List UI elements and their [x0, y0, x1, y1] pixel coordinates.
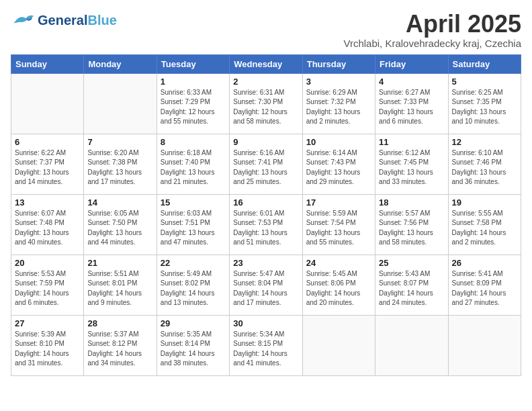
- day-number: 2: [233, 77, 298, 87]
- day-cell: 19Sunrise: 5:55 AMSunset: 7:58 PMDayligh…: [448, 194, 521, 255]
- week-row-2: 6Sunrise: 6:22 AMSunset: 7:37 PMDaylight…: [11, 134, 521, 194]
- day-cell: 21Sunrise: 5:51 AMSunset: 8:01 PMDayligh…: [84, 255, 157, 315]
- day-cell: 13Sunrise: 6:07 AMSunset: 7:48 PMDayligh…: [11, 194, 84, 255]
- day-info: Sunrise: 6:31 AMSunset: 7:30 PMDaylight:…: [233, 88, 298, 127]
- day-number: 11: [379, 137, 444, 147]
- day-info: Sunrise: 5:35 AMSunset: 8:14 PMDaylight:…: [161, 330, 226, 369]
- week-row-1: 1Sunrise: 6:33 AMSunset: 7:29 PMDaylight…: [11, 73, 521, 134]
- logo-bird-icon: [11, 11, 35, 30]
- day-number: 27: [15, 318, 80, 328]
- day-cell: 20Sunrise: 5:53 AMSunset: 7:59 PMDayligh…: [11, 255, 84, 315]
- day-info: Sunrise: 5:39 AMSunset: 8:10 PMDaylight:…: [15, 330, 80, 369]
- day-number: 13: [15, 197, 80, 208]
- day-number: 26: [452, 258, 517, 268]
- week-row-4: 20Sunrise: 5:53 AMSunset: 7:59 PMDayligh…: [11, 255, 521, 315]
- day-cell: [11, 73, 84, 134]
- day-cell: 23Sunrise: 5:47 AMSunset: 8:04 PMDayligh…: [230, 255, 302, 315]
- day-number: 12: [452, 137, 517, 147]
- day-cell: 17Sunrise: 5:59 AMSunset: 7:54 PMDayligh…: [302, 194, 375, 255]
- day-cell: 10Sunrise: 6:14 AMSunset: 7:43 PMDayligh…: [302, 134, 375, 194]
- logo-text: GeneralBlue: [38, 13, 117, 27]
- day-cell: 29Sunrise: 5:35 AMSunset: 8:14 PMDayligh…: [157, 315, 229, 375]
- day-cell: 24Sunrise: 5:45 AMSunset: 8:06 PMDayligh…: [302, 255, 375, 315]
- day-info: Sunrise: 5:45 AMSunset: 8:06 PMDaylight:…: [306, 269, 371, 308]
- day-header-wednesday: Wednesday: [230, 54, 302, 73]
- day-cell: 22Sunrise: 5:49 AMSunset: 8:02 PMDayligh…: [157, 255, 229, 315]
- day-cell: 25Sunrise: 5:43 AMSunset: 8:07 PMDayligh…: [375, 255, 448, 315]
- day-number: 15: [161, 197, 226, 208]
- day-number: 30: [233, 318, 298, 328]
- calendar-title: April 2025: [343, 11, 521, 38]
- day-info: Sunrise: 6:33 AMSunset: 7:29 PMDaylight:…: [161, 88, 226, 127]
- day-cell: 2Sunrise: 6:31 AMSunset: 7:30 PMDaylight…: [230, 73, 302, 134]
- logo: GeneralBlue: [11, 11, 117, 30]
- day-cell: 14Sunrise: 6:05 AMSunset: 7:50 PMDayligh…: [84, 194, 157, 255]
- day-cell: [375, 315, 448, 375]
- day-number: 4: [379, 77, 444, 87]
- day-info: Sunrise: 5:53 AMSunset: 7:59 PMDaylight:…: [15, 269, 80, 308]
- day-cell: 1Sunrise: 6:33 AMSunset: 7:29 PMDaylight…: [157, 73, 229, 134]
- day-number: 29: [161, 318, 226, 328]
- day-cell: 8Sunrise: 6:18 AMSunset: 7:40 PMDaylight…: [157, 134, 229, 194]
- day-info: Sunrise: 6:16 AMSunset: 7:41 PMDaylight:…: [233, 148, 298, 187]
- day-number: 18: [379, 197, 444, 208]
- day-cell: 5Sunrise: 6:25 AMSunset: 7:35 PMDaylight…: [448, 73, 521, 134]
- day-header-friday: Friday: [375, 54, 448, 73]
- day-number: 22: [161, 258, 226, 268]
- day-cell: 28Sunrise: 5:37 AMSunset: 8:12 PMDayligh…: [84, 315, 157, 375]
- day-number: 21: [87, 258, 152, 268]
- day-number: 24: [306, 258, 371, 268]
- day-cell: [448, 315, 521, 375]
- day-cell: 7Sunrise: 6:20 AMSunset: 7:38 PMDaylight…: [84, 134, 157, 194]
- day-number: 25: [379, 258, 444, 268]
- day-header-saturday: Saturday: [448, 54, 521, 73]
- day-info: Sunrise: 6:10 AMSunset: 7:46 PMDaylight:…: [452, 148, 517, 187]
- day-info: Sunrise: 6:22 AMSunset: 7:37 PMDaylight:…: [15, 148, 80, 187]
- day-header-monday: Monday: [84, 54, 157, 73]
- day-header-row: SundayMondayTuesdayWednesdayThursdayFrid…: [11, 54, 521, 73]
- day-number: 16: [233, 197, 298, 208]
- day-cell: 26Sunrise: 5:41 AMSunset: 8:09 PMDayligh…: [448, 255, 521, 315]
- day-number: 7: [87, 137, 152, 147]
- day-number: 8: [161, 137, 226, 147]
- day-info: Sunrise: 5:57 AMSunset: 7:56 PMDaylight:…: [379, 209, 444, 248]
- day-header-thursday: Thursday: [302, 54, 375, 73]
- day-info: Sunrise: 5:55 AMSunset: 7:58 PMDaylight:…: [452, 209, 517, 248]
- day-number: 19: [452, 197, 517, 208]
- day-cell: 6Sunrise: 6:22 AMSunset: 7:37 PMDaylight…: [11, 134, 84, 194]
- week-row-5: 27Sunrise: 5:39 AMSunset: 8:10 PMDayligh…: [11, 315, 521, 375]
- day-info: Sunrise: 6:12 AMSunset: 7:45 PMDaylight:…: [379, 148, 444, 187]
- day-info: Sunrise: 6:01 AMSunset: 7:53 PMDaylight:…: [233, 209, 298, 248]
- day-number: 5: [452, 77, 517, 87]
- day-number: 1: [161, 77, 226, 87]
- day-cell: 18Sunrise: 5:57 AMSunset: 7:56 PMDayligh…: [375, 194, 448, 255]
- day-cell: 30Sunrise: 5:34 AMSunset: 8:15 PMDayligh…: [230, 315, 302, 375]
- day-cell: 11Sunrise: 6:12 AMSunset: 7:45 PMDayligh…: [375, 134, 448, 194]
- day-number: 23: [233, 258, 298, 268]
- day-info: Sunrise: 5:47 AMSunset: 8:04 PMDaylight:…: [233, 269, 298, 308]
- day-info: Sunrise: 5:41 AMSunset: 8:09 PMDaylight:…: [452, 269, 517, 308]
- calendar-table: SundayMondayTuesdayWednesdayThursdayFrid…: [11, 54, 521, 376]
- day-number: 17: [306, 197, 371, 208]
- day-number: 20: [15, 258, 80, 268]
- day-header-sunday: Sunday: [11, 54, 84, 73]
- day-number: 14: [87, 197, 152, 208]
- day-info: Sunrise: 6:25 AMSunset: 7:35 PMDaylight:…: [452, 88, 517, 127]
- calendar-subtitle: Vrchlabi, Kralovehradecky kraj, Czechia: [343, 38, 521, 49]
- day-info: Sunrise: 5:37 AMSunset: 8:12 PMDaylight:…: [87, 330, 152, 369]
- day-number: 28: [87, 318, 152, 328]
- day-info: Sunrise: 6:14 AMSunset: 7:43 PMDaylight:…: [306, 148, 371, 187]
- day-cell: 15Sunrise: 6:03 AMSunset: 7:51 PMDayligh…: [157, 194, 229, 255]
- day-cell: 4Sunrise: 6:27 AMSunset: 7:33 PMDaylight…: [375, 73, 448, 134]
- day-info: Sunrise: 6:18 AMSunset: 7:40 PMDaylight:…: [161, 148, 226, 187]
- day-info: Sunrise: 5:34 AMSunset: 8:15 PMDaylight:…: [233, 330, 298, 369]
- day-info: Sunrise: 6:20 AMSunset: 7:38 PMDaylight:…: [87, 148, 152, 187]
- day-cell: 12Sunrise: 6:10 AMSunset: 7:46 PMDayligh…: [448, 134, 521, 194]
- day-number: 9: [233, 137, 298, 147]
- day-cell: 16Sunrise: 6:01 AMSunset: 7:53 PMDayligh…: [230, 194, 302, 255]
- week-row-3: 13Sunrise: 6:07 AMSunset: 7:48 PMDayligh…: [11, 194, 521, 255]
- day-number: 6: [15, 137, 80, 147]
- day-cell: 27Sunrise: 5:39 AMSunset: 8:10 PMDayligh…: [11, 315, 84, 375]
- day-header-tuesday: Tuesday: [157, 54, 229, 73]
- day-number: 3: [306, 77, 371, 87]
